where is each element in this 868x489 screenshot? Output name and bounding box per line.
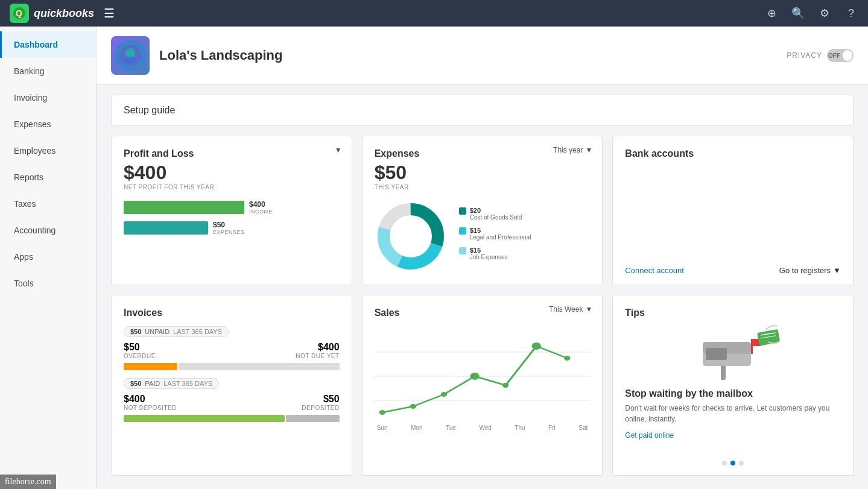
add-icon[interactable]: ⊕	[764, 7, 779, 20]
sales-line-chart	[375, 328, 591, 424]
expenses-donut-container: $20 Cost of Goods Sold $15 Legal and Pro…	[375, 200, 591, 273]
company-logo-inner	[115, 40, 145, 71]
logo-text: quickbooks	[34, 7, 94, 20]
legend-amount-3: $15	[470, 247, 508, 254]
go-to-registers-button[interactable]: Go to registers ▼	[779, 266, 841, 275]
expense-labels: $50 EXPENSES	[213, 221, 245, 235]
search-icon[interactable]: 🔍	[791, 7, 805, 20]
sidebar-item-invoicing[interactable]: Invoicing	[0, 84, 96, 111]
deposited-amount: $50	[302, 394, 339, 405]
sales-chart	[375, 328, 591, 424]
svg-point-14	[410, 404, 416, 409]
sidebar-item-accounting[interactable]: Accounting	[0, 217, 96, 244]
expenses-card: This year ▼ Expenses $50 THIS YEAR	[362, 136, 603, 285]
profit-loss-bars: $400 INCOME $50 EXPENSES	[124, 200, 340, 235]
profit-loss-dropdown[interactable]: ▼	[335, 146, 342, 154]
overdue-col: $50 OVERDUE	[124, 342, 156, 359]
tips-dots	[613, 461, 853, 465]
svg-point-18	[531, 342, 540, 350]
svg-text:Q: Q	[16, 8, 22, 18]
overdue-amount: $50	[124, 342, 156, 353]
paid-bar	[124, 415, 340, 422]
sidebar-item-dashboard[interactable]: Dashboard	[0, 31, 96, 58]
deposited-bar	[286, 415, 340, 422]
unpaid-period: LAST 365 DAYS	[173, 328, 222, 335]
legend-color-3	[459, 247, 466, 254]
bank-accounts-title: Bank accounts	[625, 148, 841, 159]
sales-dropdown[interactable]: This Week ▼	[549, 305, 592, 314]
profit-loss-title: Profit and Loss	[124, 148, 340, 159]
company-info: Lola's Landscaping	[111, 36, 283, 75]
paid-badge: $50 PAID LAST 365 DAYS	[124, 378, 219, 389]
privacy-label: PRIVACY	[787, 51, 822, 60]
legend-amount-2: $15	[470, 227, 531, 234]
tips-image	[625, 321, 841, 381]
income-label: INCOME	[249, 209, 273, 215]
expense-amount: $50	[213, 221, 245, 229]
expense-bar-row: $50 EXPENSES	[124, 221, 340, 235]
profit-loss-dropdown-chevron: ▼	[335, 146, 342, 154]
expenses-legend: $20 Cost of Goods Sold $15 Legal and Pro…	[459, 207, 531, 267]
bank-actions: Connect account Go to registers ▼	[625, 266, 841, 275]
not-due-label: NOT DUE YET	[296, 353, 339, 359]
expenses-dropdown[interactable]: This year ▼	[553, 146, 592, 154]
legend-color-2	[459, 227, 466, 235]
nav-right: ⊕ 🔍 ⚙ ?	[764, 7, 858, 20]
legend-item-1: $20 Cost of Goods Sold	[459, 207, 531, 221]
svg-point-15	[441, 392, 447, 397]
svg-point-13	[379, 410, 385, 415]
legend-color-1	[459, 207, 466, 215]
sidebar-item-taxes[interactable]: Taxes	[0, 191, 96, 217]
privacy-toggle-switch[interactable]: OFF	[827, 49, 854, 62]
unpaid-row: $50 OVERDUE $400 NOT DUE YET	[124, 342, 340, 359]
income-amount: $400	[249, 200, 273, 209]
tips-card-desc: Don't wait for weeks for checks to arriv…	[625, 403, 841, 424]
legend-item-3: $15 Job Expenses	[459, 247, 531, 260]
not-due-col: $400 NOT DUE YET	[296, 342, 339, 359]
main-layout: Dashboard Banking Invoicing Expenses Emp…	[0, 27, 868, 489]
help-icon[interactable]: ?	[844, 7, 858, 20]
settings-icon[interactable]: ⚙	[817, 7, 832, 20]
sales-days: Sun Mon Tue Wed Thu Fri Sat	[375, 424, 591, 431]
svg-point-17	[502, 383, 508, 388]
connect-account-link[interactable]: Connect account	[625, 266, 684, 275]
deposited-col: $50 DEPOSITED	[302, 394, 339, 411]
day-tue: Tue	[446, 424, 456, 431]
overdue-bar	[124, 363, 177, 370]
legend-text-1: $20 Cost of Goods Sold	[470, 207, 522, 221]
bank-accounts-card: Bank accounts Connect account Go to regi…	[612, 136, 854, 285]
dot-3	[739, 461, 744, 465]
profit-loss-subtitle: NET PROFIT FOR THIS YEAR	[124, 184, 340, 191]
setup-guide-banner[interactable]: Setup guide	[111, 95, 854, 126]
not-due-bar	[179, 363, 340, 370]
sidebar-item-tools[interactable]: Tools	[0, 270, 96, 297]
logo-icon: Q	[10, 4, 29, 23]
legend-item-2: $15 Legal and Professional	[459, 227, 531, 241]
sidebar-item-expenses[interactable]: Expenses	[0, 111, 96, 137]
sidebar-item-apps[interactable]: Apps	[0, 244, 96, 270]
sidebar-item-employees[interactable]: Employees	[0, 137, 96, 164]
expenses-period-label: This year	[553, 146, 583, 154]
dot-2	[730, 461, 735, 465]
svg-point-19	[564, 356, 570, 361]
svg-rect-24	[751, 339, 753, 354]
income-bar	[124, 201, 244, 214]
income-bar-row: $400 INCOME	[124, 200, 340, 215]
go-to-registers-chevron: ▼	[833, 266, 841, 275]
paid-status: PAID	[145, 380, 160, 387]
svg-point-4	[124, 57, 136, 64]
tips-card-link[interactable]: Get paid online	[625, 431, 674, 440]
paid-amount: $50	[130, 380, 141, 387]
legend-desc-1: Cost of Goods Sold	[470, 214, 522, 221]
expenses-subtitle: THIS YEAR	[375, 184, 591, 191]
sales-card: This Week ▼ Sales	[362, 295, 603, 476]
sales-dropdown-chevron: ▼	[585, 305, 592, 314]
svg-point-9	[393, 218, 429, 254]
svg-point-16	[470, 373, 479, 380]
sidebar-item-banking[interactable]: Banking	[0, 58, 96, 84]
sidebar-item-reports[interactable]: Reports	[0, 164, 96, 191]
deposited-label: DEPOSITED	[302, 405, 339, 411]
filehorse-watermark: filehorse.com	[0, 475, 56, 489]
hamburger-menu[interactable]: ☰	[104, 6, 115, 21]
sidebar: Dashboard Banking Invoicing Expenses Emp…	[0, 27, 97, 489]
